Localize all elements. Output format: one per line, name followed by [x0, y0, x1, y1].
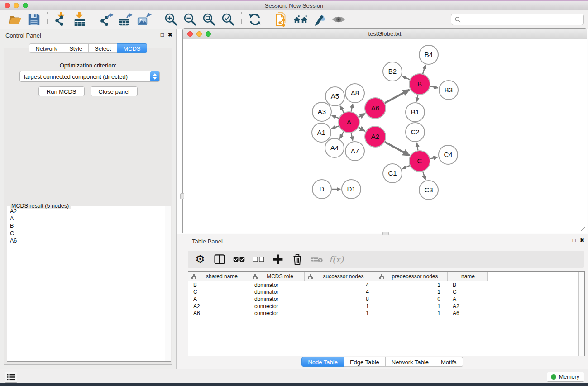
node-A5[interactable]: A5	[325, 87, 344, 106]
vertical-splitter-handle[interactable]	[180, 193, 184, 199]
edge-A2-C[interactable]	[385, 142, 409, 156]
node-C4[interactable]: C4	[439, 145, 458, 164]
node-B[interactable]: B	[409, 74, 430, 95]
delete-icon[interactable]	[290, 252, 305, 267]
mcds-result-item[interactable]: A2	[8, 208, 164, 215]
tab-network[interactable]: Network	[29, 43, 63, 53]
annotations-icon[interactable]	[310, 11, 329, 28]
add-icon[interactable]	[270, 252, 286, 267]
node-C1[interactable]: C1	[383, 164, 402, 183]
mcds-result-scrollbar[interactable]	[165, 206, 171, 361]
zoom-selected-icon[interactable]	[219, 11, 238, 28]
node-A6[interactable]: A6	[365, 98, 386, 119]
edge-B-B4[interactable]	[423, 65, 425, 74]
node-B2[interactable]: B2	[383, 62, 402, 81]
tab-mcds[interactable]: MCDS	[117, 43, 147, 53]
table-tab-node-table[interactable]: Node Table	[301, 357, 344, 367]
cell[interactable]: 1	[376, 310, 448, 316]
table-tab-edge-table[interactable]: Edge Table	[344, 357, 386, 367]
horizontal-splitter-handle[interactable]	[382, 232, 389, 235]
mcds-result-item[interactable]: C	[8, 230, 164, 237]
edge-A-A7[interactable]	[351, 133, 353, 141]
node-A1[interactable]: A1	[312, 123, 331, 142]
cell[interactable]: A	[188, 296, 249, 302]
cell[interactable]: 4	[305, 289, 376, 295]
cell[interactable]: 1	[376, 303, 448, 310]
edge-C-C3[interactable]	[423, 172, 425, 180]
edge-A-A4[interactable]	[340, 132, 344, 138]
network-window-titlebar[interactable]: testGlobe.txt	[183, 29, 587, 39]
cell[interactable]: dominator	[249, 289, 305, 295]
cell[interactable]: connector	[249, 303, 305, 310]
import-network-icon[interactable]	[51, 11, 70, 28]
table-tab-network-table[interactable]: Network Table	[386, 357, 435, 367]
cell[interactable]: 0	[376, 296, 448, 302]
float-table-panel-icon[interactable]: □	[573, 237, 576, 243]
export-image-icon[interactable]	[135, 11, 154, 28]
optimization-select[interactable]: largest connected component (directed)	[19, 71, 160, 82]
export-network-icon[interactable]	[97, 11, 116, 28]
edge-A-A8[interactable]	[351, 104, 353, 112]
cell[interactable]: dominator	[249, 282, 305, 288]
edge-C-C4[interactable]	[430, 157, 437, 159]
search-input[interactable]	[461, 15, 583, 24]
node-C2[interactable]: C2	[406, 123, 425, 142]
column-header-shared-name[interactable]: shared name	[188, 272, 249, 281]
node-A8[interactable]: A8	[345, 84, 364, 103]
column-header-name[interactable]: name	[448, 272, 488, 281]
edge-A-A5[interactable]	[340, 106, 344, 113]
memory-button[interactable]: Memory	[547, 372, 584, 382]
node-C[interactable]: C	[409, 151, 430, 172]
cell[interactable]: 1	[376, 282, 448, 288]
table-row[interactable]: Cdominator41C	[188, 289, 584, 296]
edge-B-B2[interactable]	[402, 76, 410, 80]
network-canvas[interactable]: B4B2BB3A5A8A6A3B1AA1C2A2A4A7C4CC1DD1C3	[183, 39, 587, 233]
resize-grip-icon[interactable]	[579, 225, 586, 232]
table-row[interactable]: Bdominator41B	[188, 281, 584, 289]
edge-A-A2[interactable]	[359, 128, 365, 131]
node-A7[interactable]: A7	[345, 142, 364, 161]
hide-details-icon[interactable]	[329, 11, 348, 28]
split-column-icon[interactable]	[212, 252, 227, 267]
edge-A6-B[interactable]	[385, 90, 409, 103]
tab-select[interactable]: Select	[89, 43, 117, 53]
node-B1[interactable]: B1	[406, 103, 425, 122]
select-all-icon[interactable]	[231, 252, 247, 267]
mcds-result-item[interactable]: A	[8, 215, 164, 222]
cell[interactable]: B	[188, 282, 249, 288]
node-D[interactable]: D	[312, 180, 331, 199]
cell[interactable]: B	[448, 282, 488, 288]
first-neighbors-icon[interactable]	[291, 11, 310, 28]
network-close-button[interactable]	[187, 31, 193, 37]
cell[interactable]: A6	[188, 310, 249, 316]
edge-B-B3[interactable]	[430, 86, 438, 88]
session-tasks-button[interactable]	[5, 372, 17, 383]
table-tab-motifs[interactable]: Motifs	[435, 357, 463, 367]
export-table-icon[interactable]	[116, 11, 135, 28]
mcds-result-item[interactable]: B	[8, 222, 164, 229]
node-A2[interactable]: A2	[365, 126, 386, 147]
float-panel-icon[interactable]: □	[161, 32, 164, 38]
edge-B-B1[interactable]	[417, 95, 418, 102]
network-zoom-button[interactable]	[206, 31, 211, 37]
minimize-window-button[interactable]	[14, 3, 19, 8]
zoom-in-icon[interactable]	[162, 11, 181, 28]
close-panel-icon[interactable]: ✖	[168, 32, 172, 38]
zoom-fit-icon[interactable]	[200, 11, 219, 28]
column-header-mcds-role[interactable]: MCDS role	[249, 272, 305, 281]
zoom-out-icon[interactable]	[181, 11, 200, 28]
cell[interactable]: A6	[448, 310, 488, 316]
close-window-button[interactable]	[5, 3, 10, 8]
node-A[interactable]: A	[339, 112, 359, 133]
deselect-all-icon[interactable]	[251, 252, 266, 267]
edge-A-A3[interactable]	[332, 116, 339, 119]
cell[interactable]: C	[188, 289, 249, 295]
cell[interactable]: 4	[305, 282, 376, 288]
column-header-predecessor-nodes[interactable]: predecessor nodes	[376, 272, 448, 281]
cell[interactable]: dominator	[249, 296, 305, 302]
import-table-icon[interactable]	[70, 11, 89, 28]
node-D1[interactable]: D1	[342, 180, 361, 199]
search-box[interactable]	[451, 14, 584, 25]
network-minimize-button[interactable]	[196, 31, 202, 37]
cell[interactable]: A2	[448, 303, 488, 310]
